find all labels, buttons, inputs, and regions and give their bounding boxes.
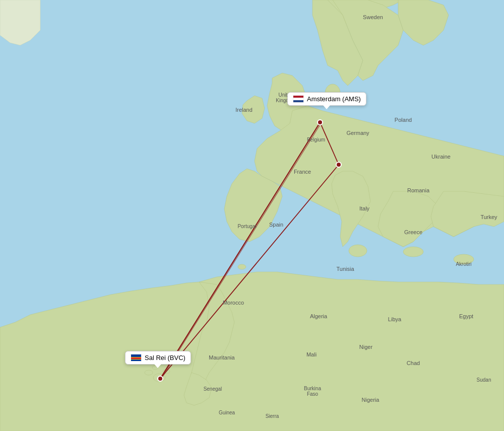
svg-text:Mauritania: Mauritania <box>209 354 235 361</box>
svg-text:Belgium: Belgium <box>307 137 325 142</box>
svg-text:France: France <box>294 169 311 175</box>
svg-point-23 <box>152 366 158 370</box>
svg-text:United: United <box>279 92 293 98</box>
svg-text:Kingdom: Kingdom <box>276 98 295 103</box>
svg-point-21 <box>145 370 153 375</box>
svg-text:Tunisia: Tunisia <box>336 266 354 272</box>
svg-text:Niger: Niger <box>359 344 373 350</box>
svg-text:Faso: Faso <box>307 391 319 397</box>
svg-text:Nigeria: Nigeria <box>362 397 380 403</box>
svg-point-19 <box>238 264 246 269</box>
svg-text:Sudan: Sudan <box>477 377 491 383</box>
svg-text:Germany: Germany <box>346 130 369 136</box>
svg-text:Burkina: Burkina <box>304 386 321 391</box>
svg-text:Italy: Italy <box>359 205 370 211</box>
svg-text:Ireland: Ireland <box>235 107 253 113</box>
svg-text:Egypt: Egypt <box>459 313 473 319</box>
svg-text:Portugal: Portugal <box>237 224 256 229</box>
svg-text:Chad: Chad <box>407 360 420 366</box>
svg-text:Akrotiri: Akrotiri <box>456 261 471 267</box>
svg-text:Mali: Mali <box>306 351 317 357</box>
svg-text:Senegal: Senegal <box>204 386 222 392</box>
svg-text:Romania: Romania <box>407 187 430 193</box>
svg-point-64 <box>158 376 163 381</box>
svg-point-62 <box>318 120 323 125</box>
svg-text:Spain: Spain <box>269 222 283 228</box>
map-container: Sweden Ireland United Kingdom Belgium Ge… <box>0 0 504 431</box>
svg-text:Guinea: Guinea <box>219 410 235 415</box>
svg-text:Morocco: Morocco <box>223 300 244 306</box>
map-svg: Sweden Ireland United Kingdom Belgium Ge… <box>0 0 504 431</box>
svg-point-11 <box>349 245 367 257</box>
svg-text:Poland: Poland <box>395 117 412 123</box>
svg-text:Sweden: Sweden <box>363 14 383 20</box>
svg-text:Algeria: Algeria <box>310 313 328 319</box>
svg-text:Greece: Greece <box>404 229 422 235</box>
svg-text:Ukraine: Ukraine <box>431 154 451 160</box>
svg-point-63 <box>336 162 341 167</box>
svg-text:Libya: Libya <box>388 316 402 322</box>
svg-text:Turkey: Turkey <box>480 214 497 220</box>
svg-text:Sierra: Sierra <box>266 413 279 419</box>
svg-point-13 <box>403 247 423 257</box>
svg-point-5 <box>325 84 340 102</box>
